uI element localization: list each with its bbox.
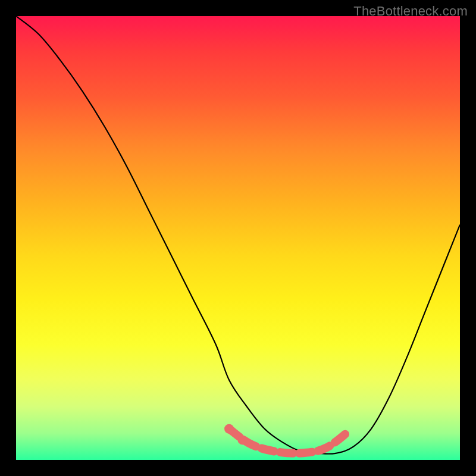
bottleneck-curve — [16, 16, 460, 454]
chart-plot-area — [16, 16, 460, 460]
optimal-range-line — [229, 429, 349, 453]
chart-svg — [16, 16, 460, 460]
chart-frame: TheBottleneck.com — [0, 0, 476, 476]
watermark-text: TheBottleneck.com — [353, 4, 468, 19]
optimal-dot-2 — [237, 435, 247, 444]
optimal-dot-1 — [224, 424, 234, 434]
